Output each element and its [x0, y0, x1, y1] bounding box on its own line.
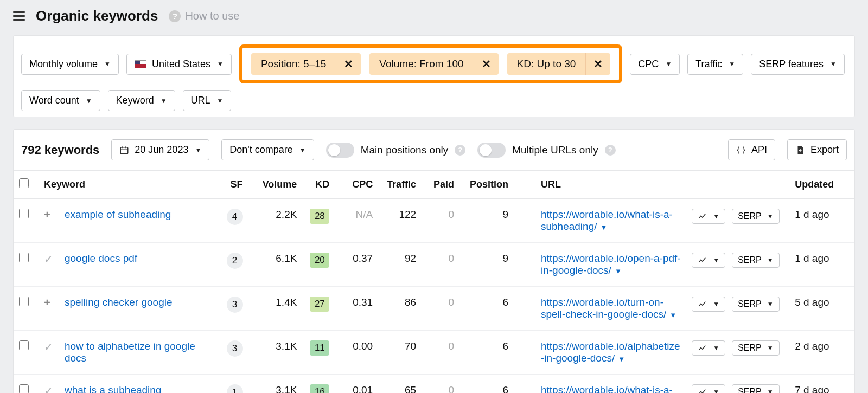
- row-checkbox[interactable]: [19, 384, 29, 393]
- url-link[interactable]: https://wordable.io/alphabetize-in-googl…: [541, 340, 680, 364]
- filter-label: Keyword: [116, 95, 154, 106]
- serp-button[interactable]: SERP▼: [732, 297, 779, 312]
- keyword-link[interactable]: what is a subheading: [65, 384, 162, 393]
- filter-keyword[interactable]: Keyword▼: [108, 90, 175, 111]
- chart-button[interactable]: ▼: [692, 340, 725, 356]
- serp-button[interactable]: SERP▼: [732, 384, 779, 393]
- sf-badge[interactable]: 1: [227, 384, 243, 393]
- chip-position[interactable]: Position: 5–15✕: [251, 53, 361, 75]
- close-icon[interactable]: ✕: [585, 53, 610, 75]
- row-actions: ▼SERP▼: [692, 384, 779, 393]
- filter-serp-features[interactable]: SERP features▼: [751, 54, 845, 75]
- cell-updated: 1 d ago: [789, 243, 854, 287]
- chart-button[interactable]: ▼: [692, 253, 725, 268]
- trend-icon: [698, 387, 707, 393]
- select-all-checkbox[interactable]: [19, 178, 29, 188]
- cell-position: 9: [459, 243, 514, 287]
- col-url[interactable]: URL: [514, 171, 686, 199]
- help-icon[interactable]: ?: [455, 145, 465, 156]
- url-link[interactable]: https://wordable.io/turn-on-spell-check-…: [541, 297, 666, 320]
- row-checkbox[interactable]: [19, 340, 29, 350]
- close-icon[interactable]: ✕: [336, 53, 361, 75]
- compare-dropdown[interactable]: Don't compare▼: [221, 139, 314, 160]
- filter-label: SERP features: [759, 59, 824, 70]
- expand-icon[interactable]: +: [44, 209, 54, 221]
- cell-cpc: 0.01: [335, 375, 378, 394]
- filter-word-count[interactable]: Word count▼: [21, 90, 100, 111]
- filter-cpc[interactable]: CPC▼: [630, 54, 680, 75]
- row-checkbox[interactable]: [19, 253, 29, 262]
- filter-traffic[interactable]: Traffic▼: [687, 54, 743, 75]
- expand-icon[interactable]: +: [44, 297, 54, 309]
- chevron-down-icon: ▼: [713, 344, 719, 352]
- keyword-link[interactable]: how to alphabetize in google docs: [65, 340, 195, 364]
- calendar-icon: [119, 145, 129, 155]
- how-to-use-link[interactable]: ? How to use: [169, 10, 239, 22]
- chip-kd[interactable]: KD: Up to 30✕: [507, 53, 611, 75]
- serp-button[interactable]: SERP▼: [732, 340, 779, 356]
- chip-volume[interactable]: Volume: From 100✕: [369, 53, 498, 75]
- date-picker[interactable]: 20 Jun 2023▼: [111, 139, 209, 160]
- col-sf[interactable]: SF: [216, 171, 248, 199]
- table-header-row: Keyword SF Volume KD CPC Traffic Paid Po…: [14, 171, 854, 199]
- serp-label: SERP: [738, 255, 762, 265]
- braces-icon: [736, 145, 746, 155]
- url-link[interactable]: https://wordable.io/open-a-pdf-in-google…: [541, 253, 681, 276]
- url-link[interactable]: https://wordable.io/what-is-a-subheading…: [541, 384, 673, 393]
- table-row: +spelling checker google31.4K270.318606h…: [14, 287, 854, 331]
- row-checkbox[interactable]: [19, 209, 29, 218]
- switch-icon[interactable]: [326, 143, 354, 158]
- sf-badge[interactable]: 3: [227, 340, 243, 357]
- help-icon[interactable]: ?: [605, 145, 616, 156]
- cell-volume: 1.4K: [248, 287, 303, 331]
- chevron-down-icon[interactable]: ▼: [601, 223, 608, 231]
- keyword-link[interactable]: spelling checker google: [65, 297, 173, 308]
- api-button[interactable]: API: [728, 139, 775, 160]
- close-icon[interactable]: ✕: [474, 53, 499, 75]
- serp-button[interactable]: SERP▼: [732, 253, 779, 268]
- chevron-down-icon[interactable]: ▼: [615, 267, 622, 275]
- expand-icon[interactable]: ✓: [44, 253, 53, 265]
- expand-icon[interactable]: ✓: [44, 385, 53, 393]
- row-checkbox[interactable]: [19, 297, 29, 306]
- col-cpc[interactable]: CPC: [335, 171, 378, 199]
- us-flag-icon: [135, 60, 146, 68]
- col-traffic[interactable]: Traffic: [378, 171, 422, 199]
- expand-icon[interactable]: ✓: [44, 341, 53, 353]
- col-updated[interactable]: Updated: [789, 171, 854, 199]
- cell-position: 6: [459, 331, 514, 375]
- toggle-multiple-urls[interactable]: Multiple URLs only ?: [477, 143, 615, 158]
- chart-button[interactable]: ▼: [692, 297, 725, 312]
- menu-icon[interactable]: [13, 11, 25, 21]
- export-button[interactable]: Export: [787, 139, 847, 160]
- keyword-link[interactable]: google docs pdf: [65, 253, 137, 264]
- filter-url[interactable]: URL▼: [183, 90, 232, 111]
- chart-button[interactable]: ▼: [692, 209, 725, 224]
- toggle-main-positions[interactable]: Main positions only ?: [326, 143, 466, 158]
- page-header: Organic keywords ? How to use: [0, 0, 868, 32]
- cell-traffic: 122: [378, 199, 422, 243]
- switch-icon[interactable]: [477, 143, 506, 158]
- filter-country[interactable]: United States▼: [126, 54, 232, 75]
- sf-badge[interactable]: 3: [227, 297, 243, 313]
- chart-button[interactable]: ▼: [692, 384, 725, 393]
- chevron-down-icon: ▼: [713, 388, 719, 393]
- col-checkbox: [14, 171, 39, 199]
- col-position[interactable]: Position: [459, 171, 514, 199]
- chevron-down-icon: ▼: [195, 146, 201, 154]
- keywords-table: Keyword SF Volume KD CPC Traffic Paid Po…: [14, 170, 854, 393]
- chevron-down-icon: ▼: [86, 97, 92, 105]
- filter-label: URL: [191, 95, 210, 106]
- col-paid[interactable]: Paid: [422, 171, 459, 199]
- serp-button[interactable]: SERP▼: [732, 209, 779, 224]
- sf-badge[interactable]: 2: [227, 253, 243, 269]
- col-kd[interactable]: KD: [302, 171, 335, 199]
- chevron-down-icon[interactable]: ▼: [669, 311, 676, 319]
- chevron-down-icon[interactable]: ▼: [618, 355, 625, 363]
- col-keyword[interactable]: Keyword: [39, 171, 216, 199]
- col-volume[interactable]: Volume: [248, 171, 303, 199]
- download-icon: [795, 145, 805, 155]
- keyword-link[interactable]: example of subheading: [65, 209, 171, 220]
- sf-badge[interactable]: 4: [227, 209, 243, 225]
- filter-monthly-volume[interactable]: Monthly volume▼: [21, 54, 119, 75]
